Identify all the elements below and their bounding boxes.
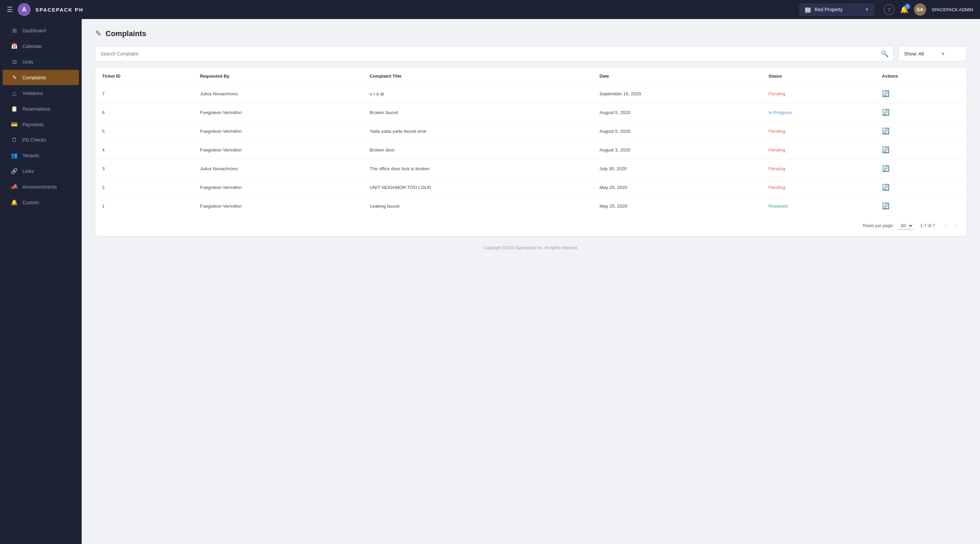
sidebar: ⊞ Dashboard 📅 Calendar ⊟ Units ✎ Complai… bbox=[0, 19, 82, 544]
sidebar-item-label: Tenants bbox=[22, 153, 39, 158]
sidebar-item-label: Custom bbox=[22, 200, 39, 205]
action-button[interactable]: 🔄 bbox=[882, 183, 889, 191]
sidebar-item-label: Reservations bbox=[22, 106, 50, 112]
sidebar-item-label: Announcements bbox=[22, 184, 57, 190]
cell-requested-by: Fuegoleon Vermillon bbox=[193, 140, 363, 160]
sidebar-item-label: Dashboard bbox=[22, 28, 46, 34]
username: SPACEPACK ADMIN bbox=[932, 7, 973, 12]
sidebar-item-label: Links bbox=[22, 169, 34, 174]
table-row: 2 Fuegoleon Vermillon UNIT NEIGHBOR TOO … bbox=[95, 178, 966, 197]
action-button[interactable]: 🔄 bbox=[882, 127, 889, 135]
cell-date: May 25, 2020 bbox=[593, 197, 762, 215]
hamburger-icon[interactable]: ☰ bbox=[7, 5, 13, 14]
cell-requested-by: Julius Novachrono bbox=[193, 85, 363, 103]
sidebar-item-dashboard[interactable]: ⊞ Dashboard bbox=[3, 23, 79, 38]
cell-ticket-id: 7 bbox=[95, 85, 193, 103]
cell-date: May 25, 2020 bbox=[593, 178, 762, 197]
notifications-button[interactable]: 🔔 0 bbox=[900, 5, 908, 14]
avatar[interactable]: SA bbox=[914, 3, 926, 16]
cell-complaint-title: Broken door bbox=[363, 140, 592, 160]
cell-actions: 🔄 bbox=[875, 85, 966, 103]
action-button[interactable]: 🔄 bbox=[882, 165, 889, 172]
pd-checks-icon: 🗒 bbox=[11, 137, 18, 143]
custom-icon: 🔔 bbox=[11, 199, 18, 206]
cell-complaint-title: Broken faucet bbox=[363, 103, 592, 122]
table-row: 4 Fuegoleon Vermillon Broken door August… bbox=[95, 140, 966, 160]
cell-actions: 🔄 bbox=[875, 103, 966, 122]
calendar-icon: 📅 bbox=[11, 43, 18, 49]
announcements-icon: 📣 bbox=[11, 183, 18, 190]
rows-per-page-select[interactable]: 10 25 50 bbox=[897, 222, 913, 230]
table-header-row: Ticket ID Requested By Complaint Title D… bbox=[95, 68, 966, 85]
cell-complaint-title: Yada yada yada faucet eme bbox=[363, 122, 592, 140]
chevron-down-icon: ▼ bbox=[941, 51, 946, 56]
col-status: Status bbox=[762, 68, 875, 85]
reservations-icon: 📋 bbox=[11, 105, 18, 112]
cell-requested-by: Fuegoleon Vermillon bbox=[193, 197, 363, 215]
cell-requested-by: Fuegoleon Vermillon bbox=[193, 103, 363, 122]
sidebar-item-label: PD Checks bbox=[22, 137, 46, 143]
filter-dropdown[interactable]: Show: All ▼ bbox=[898, 46, 966, 61]
cell-complaint-title: The office door lock is broken bbox=[363, 160, 592, 178]
notification-badge: 0 bbox=[905, 4, 910, 9]
property-selector[interactable]: 🏢 Red Property ▼ bbox=[799, 4, 874, 16]
page-navigation: ‹ › bbox=[942, 220, 959, 230]
cell-date: July 30, 2020 bbox=[593, 160, 762, 178]
cell-date: September 16, 2020 bbox=[593, 85, 762, 103]
tenants-icon: 👥 bbox=[11, 152, 18, 159]
sidebar-item-label: Units bbox=[22, 59, 33, 65]
table-row: 5 Fuegoleon Vermillon Yada yada yada fau… bbox=[95, 122, 966, 140]
sidebar-item-violations[interactable]: △ Violations bbox=[3, 85, 79, 101]
sidebar-item-tenants[interactable]: 👥 Tenants bbox=[3, 148, 79, 163]
pagination: Rows per page: 10 25 50 1-7 of 7 ‹ › bbox=[95, 215, 966, 236]
sidebar-item-payments[interactable]: 💳 Payments bbox=[3, 117, 79, 132]
layout: ⊞ Dashboard 📅 Calendar ⊟ Units ✎ Complai… bbox=[0, 19, 980, 544]
main-content: ✎ Complaints 🔍 Show: All ▼ Ticket ID Req… bbox=[82, 19, 980, 544]
sidebar-item-custom[interactable]: 🔔 Custom bbox=[3, 195, 79, 210]
filter-label: Show: All bbox=[904, 51, 924, 56]
topnav: ☰ A SPACEPACK PH 🏢 Red Property ▼ ? 🔔 0 … bbox=[0, 0, 980, 19]
table-row: 3 Julius Novachrono The office door lock… bbox=[95, 160, 966, 178]
table-row: 6 Fuegoleon Vermillon Broken faucet Augu… bbox=[95, 103, 966, 122]
sidebar-item-calendar[interactable]: 📅 Calendar bbox=[3, 38, 79, 54]
cell-status: Pending bbox=[762, 178, 875, 197]
action-button[interactable]: 🔄 bbox=[882, 202, 889, 210]
payments-icon: 💳 bbox=[11, 121, 18, 128]
rows-per-page-label: Rows per page: bbox=[863, 223, 894, 228]
col-date: Date bbox=[593, 68, 762, 85]
table-body: 7 Julius Novachrono u r a qt September 1… bbox=[95, 85, 966, 215]
copyright-text: Copyright ©2020 Spacepack Inc. All right… bbox=[484, 246, 578, 250]
sidebar-item-announcements[interactable]: 📣 Announcements bbox=[3, 179, 79, 195]
sidebar-item-label: Payments bbox=[22, 122, 43, 127]
help-button[interactable]: ? bbox=[884, 4, 894, 15]
table-row: 7 Julius Novachrono u r a qt September 1… bbox=[95, 85, 966, 103]
cell-date: August 5, 2020 bbox=[593, 122, 762, 140]
cell-requested-by: Fuegoleon Vermillon bbox=[193, 178, 363, 197]
search-input[interactable] bbox=[100, 51, 881, 56]
action-button[interactable]: 🔄 bbox=[882, 108, 889, 116]
sidebar-item-pd-checks[interactable]: 🗒 PD Checks bbox=[3, 132, 79, 147]
sidebar-item-label: Calendar bbox=[22, 43, 42, 49]
complaints-table-card: Ticket ID Requested By Complaint Title D… bbox=[95, 68, 966, 236]
sidebar-item-label: Violations bbox=[22, 91, 43, 96]
cell-complaint-title: u r a qt bbox=[363, 85, 592, 103]
sidebar-item-reservations[interactable]: 📋 Reservations bbox=[3, 101, 79, 116]
action-button[interactable]: 🔄 bbox=[882, 146, 889, 153]
sidebar-item-units[interactable]: ⊟ Units bbox=[3, 54, 79, 69]
topnav-actions: ? 🔔 0 SA SPACEPACK ADMIN bbox=[884, 3, 973, 16]
next-page-button[interactable]: › bbox=[952, 220, 959, 230]
sidebar-item-label: Complaints bbox=[22, 75, 46, 80]
action-button[interactable]: 🔄 bbox=[882, 90, 889, 97]
cell-date: August 5, 2020 bbox=[593, 103, 762, 122]
prev-page-button[interactable]: ‹ bbox=[942, 220, 950, 230]
rows-per-page-control: Rows per page: 10 25 50 bbox=[863, 222, 913, 230]
col-complaint-title: Complaint Title bbox=[363, 68, 592, 85]
table-row: 1 Fuegoleon Vermillon Leaking faucet May… bbox=[95, 197, 966, 215]
cell-status: Pending bbox=[762, 140, 875, 160]
sidebar-item-complaints[interactable]: ✎ Complaints bbox=[3, 70, 79, 85]
sidebar-item-links[interactable]: 🔗 Links bbox=[3, 163, 79, 179]
col-requested-by: Requested By bbox=[193, 68, 363, 85]
app-logo: A bbox=[18, 3, 30, 16]
page-title: Complaints bbox=[105, 29, 146, 38]
question-icon: ? bbox=[888, 7, 891, 13]
